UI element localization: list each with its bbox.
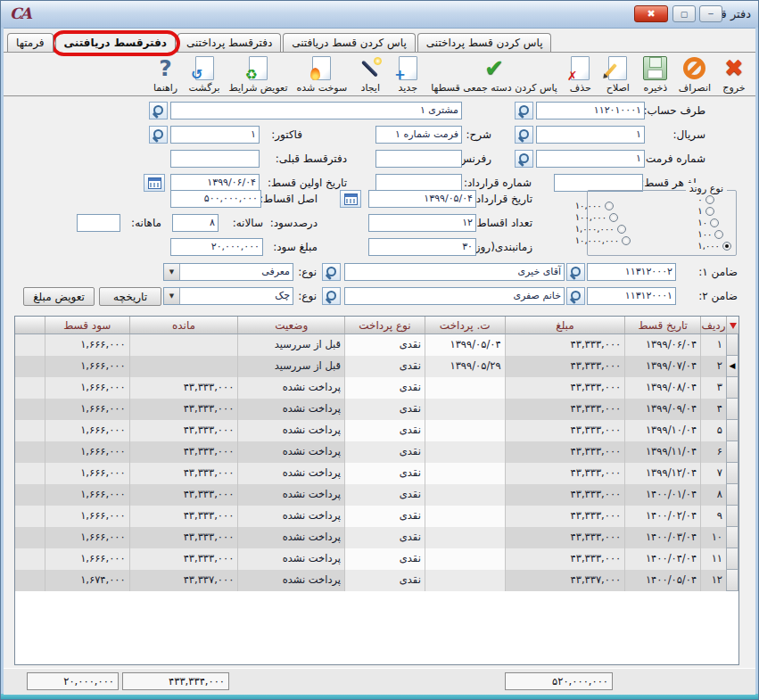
- radio-option[interactable]: ۱۰۰: [697, 228, 723, 240]
- table-row[interactable]: ۶ ۱۳۹۹/۱۱/۰۴ ۴۳,۳۳۳,۰۰۰ نقدی پرداخت نشده…: [15, 441, 738, 463]
- format-no-input[interactable]: ۱: [536, 150, 645, 168]
- table-row[interactable]: ۸ ۱۴۰۰/۰۱/۰۴ ۴۳,۳۳۳,۰۰۰ نقدی پرداخت نشده…: [15, 484, 738, 506]
- monthly-input[interactable]: [77, 214, 120, 232]
- installment-amount-input[interactable]: [554, 174, 643, 192]
- radio-option[interactable]: ۱۰۰,۰۰۰: [575, 211, 618, 223]
- row-selector-cell[interactable]: [726, 548, 738, 570]
- guarantor2-code-input[interactable]: ۱۱۳۱۲۰۰۰۱: [587, 287, 676, 305]
- toolbar-create-button[interactable]: ایجاد: [352, 53, 388, 95]
- first-due-input[interactable]: ۱۳۹۹/۰۶/۰۴: [170, 174, 260, 192]
- profit-amount-input[interactable]: ۲۰,۰۰۰,۰۰۰: [170, 238, 263, 256]
- row-selector-cell[interactable]: [726, 441, 738, 463]
- table-row[interactable]: ◀ ۲ ۱۳۹۹/۰۷/۰۴ ۴۳,۳۳۳,۰۰۰ ۱۳۹۹/۰۵/۲۹ نقد…: [15, 356, 738, 377]
- contract-date-input[interactable]: ۱۳۹۹/۰۵/۰۴: [368, 190, 476, 208]
- first-due-calendar-button[interactable]: [144, 174, 165, 192]
- principal-input[interactable]: ۵۰۰,۰۰۰,۰۰۰: [170, 190, 261, 208]
- invoice-search-button[interactable]: [149, 126, 168, 144]
- row-selector-cell[interactable]: [726, 334, 738, 356]
- close-button[interactable]: ✖: [634, 5, 668, 22]
- column-header-pay-type[interactable]: نوع پرداخت: [344, 317, 425, 334]
- column-header-profit[interactable]: سود قسط: [45, 317, 129, 334]
- radio-option[interactable]: ۱: [697, 205, 714, 217]
- table-row[interactable]: ۴ ۱۳۹۹/۰۹/۰۴ ۴۳,۳۳۳,۰۰۰ نقدی پرداخت نشده…: [15, 399, 738, 420]
- table-row[interactable]: ۱ ۱۳۹۹/۰۶/۰۴ ۴۳,۳۳۳,۰۰۰ ۱۳۹۹/۰۵/۰۴ نقدی …: [15, 334, 738, 356]
- maximize-button[interactable]: ▢: [672, 5, 696, 22]
- table-row[interactable]: ۷ ۱۳۹۹/۱۲/۰۴ ۴۳,۳۳۳,۰۰۰ نقدی پرداخت نشده…: [15, 463, 738, 484]
- contract-no-input[interactable]: [375, 174, 462, 192]
- prev-book-input[interactable]: [170, 150, 260, 168]
- toolbar-help-button[interactable]: ? راهنما: [148, 53, 184, 95]
- swap-amount-button[interactable]: تعویض مبلغ: [23, 287, 95, 306]
- format-no-search-button[interactable]: [515, 150, 533, 168]
- row-selector-cell[interactable]: [726, 463, 738, 484]
- history-button[interactable]: تاریخچه: [99, 287, 161, 306]
- tab[interactable]: پاس کردن قسط پرداختنی: [417, 33, 552, 52]
- radio-option[interactable]: ۱,۰۰۰,۰۰۰: [575, 223, 626, 235]
- row-selector-cell[interactable]: [726, 399, 738, 420]
- type1-combobox[interactable]: معرفی ▼: [163, 263, 293, 281]
- count-input[interactable]: ۱۲: [368, 214, 476, 232]
- serial-input[interactable]: ۱: [536, 126, 645, 144]
- column-header-pay-date[interactable]: ت. پرداخت: [425, 317, 505, 334]
- guarantor2-name-search-button[interactable]: [322, 287, 341, 305]
- column-header-due-date[interactable]: تاریخ قسط: [624, 317, 700, 334]
- description-input[interactable]: فرمت شماره ۱: [375, 126, 462, 144]
- contract-date-calendar-button[interactable]: [340, 190, 361, 208]
- guarantor1-name-input[interactable]: آقای خیری: [344, 263, 565, 281]
- toolbar-save-button[interactable]: ذخیره: [638, 53, 673, 95]
- radio-option[interactable]: ۱۰,۰۰۰: [575, 200, 614, 211]
- row-selector-cell[interactable]: [726, 377, 738, 399]
- minimize-button[interactable]: ─: [699, 5, 722, 22]
- toolbar-new-button[interactable]: + جدید: [390, 53, 425, 95]
- toolbar-cancel-button[interactable]: انصراف: [675, 53, 714, 95]
- radio-option[interactable]: ۰: [697, 194, 714, 205]
- toolbar-pass-group-button[interactable]: ✔ پاس کردن دسته جمعی قسطها: [427, 53, 561, 95]
- row-selector-cell[interactable]: [726, 484, 738, 506]
- account-code-input[interactable]: ۱۱۲۰۱۰۰۰۱: [536, 102, 645, 119]
- table-row[interactable]: ۵ ۱۳۹۹/۱۰/۰۴ ۴۳,۳۳۳,۰۰۰ نقدی پرداخت نشده…: [15, 420, 738, 441]
- toolbar-edit-button[interactable]: اصلاح: [600, 53, 636, 95]
- chevron-down-icon[interactable]: ▼: [164, 288, 180, 304]
- account-search-button[interactable]: [515, 102, 533, 119]
- reference-input[interactable]: [375, 150, 462, 168]
- account-name-input[interactable]: مشتری ۱: [170, 102, 462, 119]
- tab[interactable]: فرمتها: [7, 33, 54, 52]
- table-row[interactable]: ۹ ۱۴۰۰/۰۲/۰۴ ۴۳,۳۳۳,۰۰۰ نقدی پرداخت نشده…: [15, 506, 738, 527]
- table-row[interactable]: ۱۲ ۱۴۰۰/۰۵/۰۴ ۴۳,۳۳۷,۰۰۰ نقدی پرداخت نشد…: [15, 570, 738, 591]
- row-selector-cell[interactable]: ◀: [726, 356, 738, 377]
- radio-option[interactable]: ۱۰: [697, 217, 719, 228]
- guarantor1-code-input[interactable]: ۱۱۳۱۲۰۰۰۲: [587, 263, 676, 281]
- column-header-amount[interactable]: مبلغ: [505, 317, 625, 334]
- interval-input[interactable]: ۳۰: [368, 238, 476, 256]
- toolbar-burned-button[interactable]: سوخت شده: [293, 53, 351, 95]
- row-selector-cell[interactable]: [726, 527, 738, 548]
- row-selector-cell[interactable]: [726, 506, 738, 527]
- row-selector-header[interactable]: [726, 317, 738, 334]
- serial-search-button[interactable]: [515, 126, 533, 144]
- radio-option[interactable]: ۱,۰۰۰: [697, 240, 731, 251]
- toolbar-delete-button[interactable]: ✗ حذف: [563, 53, 598, 95]
- column-header-status[interactable]: وضعیت: [237, 317, 344, 334]
- invoice-input[interactable]: ۱: [170, 126, 260, 144]
- toolbar-return-button[interactable]: ↺ برگشت: [186, 53, 224, 95]
- guarantor2-search-button[interactable]: [566, 287, 585, 305]
- radio-option[interactable]: ۱۰,۰۰۰,۰۰۰: [575, 235, 631, 246]
- column-header-row[interactable]: ردیف: [700, 317, 726, 334]
- guarantor1-search-button[interactable]: [566, 263, 585, 281]
- annual-input[interactable]: ۸: [172, 214, 219, 232]
- row-selector-cell[interactable]: [726, 420, 738, 441]
- account-name-search-button[interactable]: [149, 102, 168, 119]
- toolbar-swap-terms-button[interactable]: ♻ تعویض شرایط: [226, 53, 292, 95]
- guarantor1-name-search-button[interactable]: [322, 263, 341, 281]
- guarantor2-name-input[interactable]: خانم صفری: [344, 287, 565, 305]
- table-row[interactable]: ۱۰ ۱۴۰۰/۰۳/۰۴ ۴۳,۳۳۳,۰۰۰ نقدی پرداخت نشد…: [15, 527, 738, 548]
- table-row[interactable]: ۳ ۱۳۹۹/۰۸/۰۴ ۴۳,۳۳۳,۰۰۰ نقدی پرداخت نشده…: [15, 377, 738, 399]
- tab[interactable]: دفترقسط دریافتنی: [55, 33, 176, 53]
- row-selector-cell[interactable]: [726, 570, 738, 591]
- toolbar-exit-button[interactable]: ✖ خروج: [716, 53, 752, 95]
- chevron-down-icon[interactable]: ▼: [164, 264, 180, 280]
- tab[interactable]: پاس کردن قسط دریافتنی: [283, 33, 416, 52]
- column-header-remaining[interactable]: مانده: [129, 317, 238, 334]
- table-row[interactable]: ۱۱ ۱۴۰۰/۰۴/۰۴ ۴۳,۳۳۳,۰۰۰ نقدی پرداخت نشد…: [15, 548, 738, 570]
- type2-combobox[interactable]: چک ▼: [163, 287, 293, 305]
